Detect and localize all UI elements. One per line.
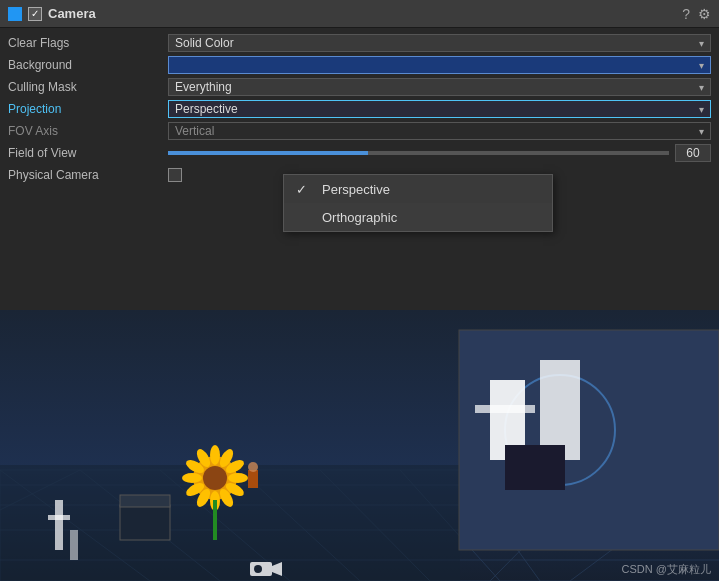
svg-point-32	[182, 473, 202, 483]
fov-slider-value[interactable]: 60	[675, 144, 711, 162]
clear-flags-value[interactable]: Solid Color ▾	[168, 34, 711, 52]
clear-flags-label: Clear Flags	[8, 36, 168, 50]
svg-rect-39	[48, 515, 70, 520]
fov-label: Field of View	[8, 146, 168, 160]
fov-slider-container: 60	[168, 144, 711, 162]
settings-icon[interactable]: ⚙	[698, 6, 711, 22]
watermark: CSDN @艾麻粒儿	[622, 562, 711, 577]
fov-axis-row: FOV Axis Vertical ▾	[0, 120, 719, 142]
svg-rect-47	[475, 405, 535, 413]
scene-grid	[0, 310, 719, 581]
properties-panel: Clear Flags Solid Color ▾ Background ▾ C…	[0, 28, 719, 190]
svg-point-23	[210, 445, 220, 465]
physical-camera-checkbox[interactable]	[168, 168, 182, 182]
dropdown-orthographic-label: Orthographic	[322, 210, 397, 225]
svg-point-43	[254, 565, 262, 573]
fov-slider-bar[interactable]	[168, 151, 669, 155]
physical-camera-label: Physical Camera	[8, 168, 168, 182]
background-value[interactable]: ▾	[168, 56, 711, 74]
svg-rect-40	[70, 530, 78, 560]
culling-mask-arrow: ▾	[699, 82, 704, 93]
camera-icon	[8, 7, 22, 21]
component-header: ✓ Camera ? ⚙	[0, 0, 719, 28]
enable-checkbox[interactable]: ✓	[28, 7, 42, 21]
fov-axis-arrow: ▾	[699, 126, 704, 137]
clear-flags-row: Clear Flags Solid Color ▾	[0, 32, 719, 54]
culling-mask-value[interactable]: Everything ▾	[168, 78, 711, 96]
svg-rect-20	[120, 495, 170, 507]
projection-value[interactable]: Perspective ▾	[168, 100, 711, 118]
component-title: Camera	[48, 6, 676, 21]
svg-point-37	[248, 462, 258, 472]
background-row: Background ▾	[0, 54, 719, 76]
svg-rect-19	[120, 505, 170, 540]
projection-row: Projection Perspective ▾	[0, 98, 719, 120]
projection-arrow: ▾	[699, 104, 704, 115]
fov-axis-value[interactable]: Vertical ▾	[168, 122, 711, 140]
culling-mask-row: Culling Mask Everything ▾	[0, 76, 719, 98]
dropdown-item-perspective[interactable]: ✓ Perspective	[284, 175, 552, 203]
projection-dropdown: ✓ Perspective Orthographic	[283, 174, 553, 232]
dropdown-perspective-label: Perspective	[322, 182, 390, 197]
header-icons: ? ⚙	[682, 6, 711, 22]
svg-rect-49	[505, 445, 565, 490]
fov-slider-fill	[168, 151, 368, 155]
inspector-panel: ✓ Camera ? ⚙ Clear Flags Solid Color ▾ B…	[0, 0, 719, 310]
clear-flags-arrow: ▾	[699, 38, 704, 49]
svg-rect-36	[248, 470, 258, 488]
physical-camera-value	[168, 168, 182, 182]
dropdown-item-orthographic[interactable]: Orthographic	[284, 203, 552, 231]
svg-point-26	[228, 473, 248, 483]
fov-axis-label: FOV Axis	[8, 124, 168, 138]
background-label: Background	[8, 58, 168, 72]
checkmark-icon: ✓	[296, 182, 312, 197]
background-arrow: ▾	[699, 60, 704, 71]
fov-row: Field of View 60	[0, 142, 719, 164]
svg-point-22	[203, 466, 227, 490]
svg-rect-38	[55, 500, 63, 550]
projection-label: Projection	[8, 102, 168, 116]
scene-view[interactable]: CSDN @艾麻粒儿	[0, 310, 719, 581]
culling-mask-label: Culling Mask	[8, 80, 168, 94]
help-icon[interactable]: ?	[682, 6, 690, 22]
